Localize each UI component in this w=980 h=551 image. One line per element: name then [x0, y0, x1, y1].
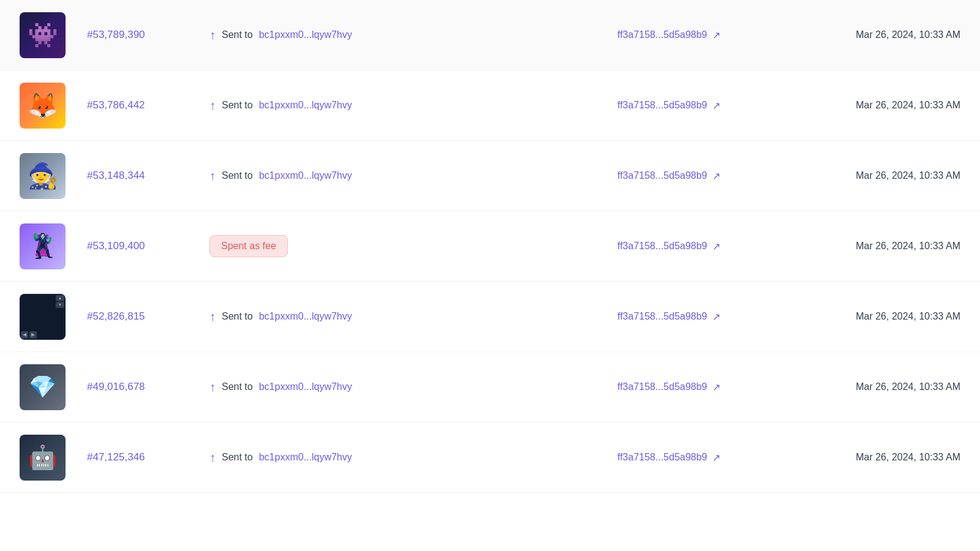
block-number[interactable]: #47,125,346 [87, 451, 145, 463]
action-col: ↑ Sent to bc1pxxm0...lqyw7hvy [209, 451, 617, 463]
tx-col: ff3a7158...5d5a98b9 ↗ [617, 311, 789, 323]
avatar-col [20, 12, 87, 58]
avatar-col [20, 364, 87, 410]
table-row: #53,789,390 ↑ Sent to bc1pxxm0...lqyw7hv… [0, 0, 980, 70]
table-row: ▲ ▼ ◀ ▶ #52,826,815 ↑ Sent to b [0, 282, 980, 352]
tx-hash-link[interactable]: ff3a7158...5d5a98b9 [617, 241, 707, 252]
table-row: #53,109,400 Spent as fee ff3a7158...5d5a… [0, 211, 980, 282]
tx-hash-link[interactable]: ff3a7158...5d5a98b9 [617, 170, 707, 181]
block-number[interactable]: #53,789,390 [87, 29, 145, 40]
tx-col: ff3a7158...5d5a98b9 ↗ [617, 100, 789, 111]
date-col: Mar 26, 2024, 10:33 AM [789, 452, 960, 463]
sent-arrow-icon: ↑ [209, 29, 216, 41]
block-number[interactable]: #49,016,678 [87, 381, 145, 392]
sent-arrow-icon: ↑ [209, 310, 216, 323]
recipient-address[interactable]: bc1pxxm0...lqyw7hvy [259, 452, 352, 463]
tx-col: ff3a7158...5d5a98b9 ↗ [617, 381, 789, 393]
tx-hash-link[interactable]: ff3a7158...5d5a98b9 [617, 381, 707, 392]
external-link-icon[interactable]: ↗ [712, 241, 720, 252]
avatar [20, 12, 66, 58]
tx-col: ff3a7158...5d5a98b9 ↗ [617, 241, 789, 252]
avatar [20, 364, 66, 410]
action-col: ↑ Sent to bc1pxxm0...lqyw7hvy [209, 310, 617, 323]
date-col: Mar 26, 2024, 10:33 AM [789, 100, 960, 111]
block-col: #47,125,346 [87, 451, 209, 463]
sent-to-label: Sent to [222, 29, 253, 40]
date-col: Mar 26, 2024, 10:33 AM [789, 29, 960, 40]
block-number[interactable]: #52,826,815 [87, 310, 145, 322]
block-col: #53,786,442 [87, 99, 209, 111]
spent-as-fee-badge: Spent as fee [209, 235, 288, 257]
tx-col: ff3a7158...5d5a98b9 ↗ [617, 170, 789, 182]
action-col: ↑ Sent to bc1pxxm0...lqyw7hvy [209, 99, 617, 111]
block-number[interactable]: #53,148,344 [87, 170, 145, 181]
transaction-date: Mar 26, 2024, 10:33 AM [856, 29, 960, 40]
recipient-address[interactable]: bc1pxxm0...lqyw7hvy [259, 29, 352, 40]
action-col: Spent as fee [209, 235, 617, 257]
recipient-address[interactable]: bc1pxxm0...lqyw7hvy [259, 311, 352, 322]
transaction-date: Mar 26, 2024, 10:33 AM [856, 452, 960, 462]
recipient-address[interactable]: bc1pxxm0...lqyw7hvy [259, 381, 352, 392]
external-link-icon[interactable]: ↗ [712, 311, 720, 323]
sent-to-label: Sent to [222, 452, 253, 463]
sent-to-label: Sent to [222, 381, 253, 392]
date-col: Mar 26, 2024, 10:33 AM [789, 241, 960, 252]
tx-hash-link[interactable]: ff3a7158...5d5a98b9 [617, 100, 707, 111]
table-row: #47,125,346 ↑ Sent to bc1pxxm0...lqyw7hv… [0, 422, 980, 493]
block-number[interactable]: #53,786,442 [87, 99, 145, 111]
date-col: Mar 26, 2024, 10:33 AM [789, 381, 960, 392]
date-col: Mar 26, 2024, 10:33 AM [789, 170, 960, 181]
tx-hash-link[interactable]: ff3a7158...5d5a98b9 [617, 29, 707, 40]
tx-col: ff3a7158...5d5a98b9 ↗ [617, 452, 789, 463]
tx-hash-link[interactable]: ff3a7158...5d5a98b9 [617, 452, 707, 463]
avatar [20, 223, 66, 269]
avatar-col [20, 83, 87, 129]
table-row: #53,786,442 ↑ Sent to bc1pxxm0...lqyw7hv… [0, 70, 980, 141]
external-link-icon[interactable]: ↗ [712, 170, 720, 182]
action-col: ↑ Sent to bc1pxxm0...lqyw7hvy [209, 29, 617, 41]
block-col: #52,826,815 [87, 310, 209, 323]
avatar: ▲ ▼ ◀ ▶ [20, 294, 66, 340]
sent-to-label: Sent to [222, 170, 253, 181]
external-link-icon[interactable]: ↗ [712, 29, 720, 41]
transaction-date: Mar 26, 2024, 10:33 AM [856, 381, 960, 392]
external-link-icon[interactable]: ↗ [712, 381, 720, 393]
sent-arrow-icon: ↑ [209, 99, 216, 111]
recipient-address[interactable]: bc1pxxm0...lqyw7hvy [259, 100, 352, 111]
avatar-col [20, 153, 87, 199]
block-col: #53,789,390 [87, 29, 209, 41]
transaction-date: Mar 26, 2024, 10:33 AM [856, 241, 960, 251]
block-number[interactable]: #53,109,400 [87, 240, 145, 252]
block-col: #53,109,400 [87, 240, 209, 252]
transaction-date: Mar 26, 2024, 10:33 AM [856, 170, 960, 181]
tx-col: ff3a7158...5d5a98b9 ↗ [617, 29, 789, 41]
external-link-icon[interactable]: ↗ [712, 452, 720, 463]
transaction-list: #53,789,390 ↑ Sent to bc1pxxm0...lqyw7hv… [0, 0, 980, 493]
table-row: #53,148,344 ↑ Sent to bc1pxxm0...lqyw7hv… [0, 141, 980, 211]
transaction-date: Mar 26, 2024, 10:33 AM [856, 311, 960, 321]
table-row: #49,016,678 ↑ Sent to bc1pxxm0...lqyw7hv… [0, 352, 980, 422]
avatar-col: ▲ ▼ ◀ ▶ [20, 294, 87, 340]
recipient-address[interactable]: bc1pxxm0...lqyw7hvy [259, 170, 352, 181]
avatar-col [20, 223, 87, 269]
tx-hash-link[interactable]: ff3a7158...5d5a98b9 [617, 311, 707, 322]
external-link-icon[interactable]: ↗ [712, 100, 720, 111]
date-col: Mar 26, 2024, 10:33 AM [789, 311, 960, 322]
avatar-col [20, 435, 87, 481]
action-col: ↑ Sent to bc1pxxm0...lqyw7hvy [209, 381, 617, 393]
sent-arrow-icon: ↑ [209, 170, 216, 182]
sent-to-label: Sent to [222, 311, 253, 322]
transaction-date: Mar 26, 2024, 10:33 AM [856, 100, 960, 110]
block-col: #49,016,678 [87, 381, 209, 393]
sent-arrow-icon: ↑ [209, 381, 216, 393]
sent-to-label: Sent to [222, 100, 253, 111]
action-col: ↑ Sent to bc1pxxm0...lqyw7hvy [209, 170, 617, 182]
avatar [20, 435, 66, 481]
avatar [20, 83, 66, 129]
avatar [20, 153, 66, 199]
block-col: #53,148,344 [87, 170, 209, 182]
sent-arrow-icon: ↑ [209, 451, 216, 463]
